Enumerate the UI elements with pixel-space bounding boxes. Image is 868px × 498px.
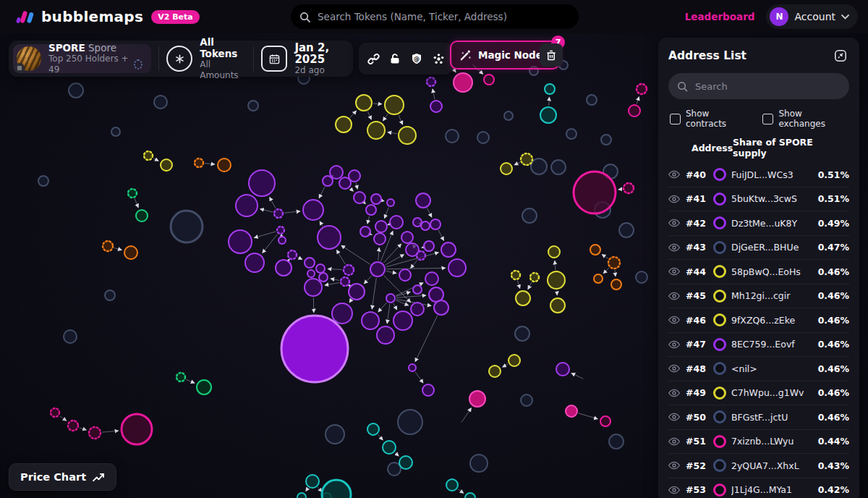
bubble-node[interactable] (316, 264, 325, 273)
bubble-node[interactable] (531, 159, 547, 174)
bubble-node[interactable] (161, 159, 172, 171)
bubble-node[interactable] (393, 311, 412, 330)
bubble-node[interactable] (427, 77, 435, 86)
table-row[interactable]: #469fXZQ6...zEke0.46% (668, 308, 849, 332)
eye-icon[interactable] (668, 389, 681, 397)
bubble-node[interactable] (540, 107, 556, 123)
address-search-input[interactable] (694, 80, 841, 93)
bubble-node[interactable] (590, 245, 600, 255)
bubble-node[interactable] (171, 211, 203, 242)
bubble-node[interactable] (413, 285, 422, 294)
bubble-node[interactable] (303, 200, 323, 220)
bubble-node[interactable] (416, 193, 430, 208)
shield-at-icon[interactable]: @ (407, 46, 427, 72)
bubble-node[interactable] (548, 271, 565, 289)
eye-icon[interactable] (668, 292, 681, 300)
eye-icon[interactable] (668, 170, 681, 179)
bubble-node[interactable] (367, 122, 385, 139)
bubble-node[interactable] (383, 441, 396, 454)
eye-icon[interactable] (668, 364, 681, 373)
bubble-node[interactable] (390, 216, 403, 229)
bubble-node[interactable] (356, 95, 372, 111)
address-search[interactable] (668, 73, 849, 99)
bubble-node[interactable] (349, 284, 365, 300)
bubble-node[interactable] (385, 96, 404, 114)
bubble-node[interactable] (454, 73, 472, 92)
bubble-node[interactable] (522, 208, 537, 223)
bubble-node[interactable] (470, 455, 488, 472)
bubble-node[interactable] (501, 163, 512, 174)
bubble-node[interactable] (398, 410, 422, 434)
bubble-node[interactable] (68, 421, 78, 431)
bubble-node[interactable] (136, 210, 148, 221)
table-row[interactable]: #48<nil>0.46% (668, 356, 849, 381)
bubble-node[interactable] (105, 290, 115, 300)
table-row[interactable]: #517xiznb...LWyu0.44% (668, 429, 849, 454)
token-search-input[interactable] (316, 10, 570, 23)
bubble-node[interactable] (111, 127, 120, 136)
eye-icon[interactable] (668, 486, 681, 494)
bubble-node[interactable] (128, 189, 137, 198)
bubble-node[interactable] (377, 326, 394, 344)
bubble-node[interactable] (281, 316, 348, 382)
bubble-node[interactable] (370, 262, 385, 277)
bubble-node[interactable] (421, 221, 430, 230)
bubble-node[interactable] (229, 230, 252, 253)
bubble-node[interactable] (430, 101, 442, 112)
bubble-node[interactable] (448, 259, 466, 277)
bubble-node[interactable] (387, 199, 394, 206)
bubble-node[interactable] (446, 130, 459, 143)
bubble-node[interactable] (322, 480, 351, 498)
table-row[interactable]: #4458pBwQ...EoHs0.46% (668, 259, 849, 284)
bubble-node[interactable] (574, 172, 616, 214)
bubble-node[interactable] (637, 84, 647, 94)
bubble-node[interactable] (69, 83, 83, 98)
bubble-node[interactable] (248, 101, 258, 111)
bubble-node[interactable] (515, 326, 529, 341)
bubble-node[interactable] (594, 274, 603, 283)
eye-icon[interactable] (668, 437, 681, 446)
bubble-node[interactable] (374, 233, 386, 245)
bubble-node[interactable] (371, 194, 381, 204)
table-row[interactable]: #43DjGeER...BHUe0.47% (668, 235, 849, 260)
bubble-node[interactable] (411, 303, 424, 316)
bubble-node[interactable] (545, 84, 555, 94)
unlock-icon[interactable] (385, 46, 405, 72)
eye-icon[interactable] (668, 219, 681, 227)
bubble-node[interactable] (375, 221, 387, 232)
bubble-node[interactable] (521, 394, 532, 406)
bubble-node[interactable] (399, 269, 411, 281)
bubble-node[interactable] (366, 205, 376, 215)
show-contracts-checkbox[interactable]: Show contracts (670, 109, 750, 129)
bubble-node[interactable] (360, 227, 370, 237)
bubble-node[interactable] (511, 271, 520, 279)
eye-icon[interactable] (668, 267, 681, 276)
eye-icon[interactable] (668, 340, 681, 349)
eye-icon[interactable] (668, 461, 681, 470)
bubble-node[interactable] (38, 176, 48, 186)
bubble-node[interactable] (477, 132, 489, 143)
bubble-node[interactable] (521, 153, 532, 165)
bubble-node[interactable] (566, 129, 576, 139)
table-row[interactable]: #49C7hWpu...g1Wv0.46% (668, 381, 849, 405)
eye-icon[interactable] (668, 316, 681, 324)
eye-icon[interactable] (668, 195, 681, 203)
bubble-node[interactable] (434, 300, 448, 315)
bubble-node[interactable] (509, 355, 520, 366)
bubble-node[interactable] (336, 117, 352, 132)
bubble-node[interactable] (341, 277, 349, 286)
bubble-node[interactable] (249, 170, 275, 196)
table-row[interactable]: #42Dz3tMe...uK8Y0.49% (668, 211, 849, 235)
bubble-node[interactable] (388, 463, 401, 476)
bubble-node[interactable] (278, 237, 286, 244)
show-exchanges-checkbox[interactable]: Show exchanges (762, 109, 849, 129)
bubble-node[interactable] (51, 408, 59, 417)
bubble-node[interactable] (636, 271, 647, 283)
bubble-node[interactable] (489, 366, 501, 377)
bubble-node[interactable] (530, 273, 539, 282)
bubble-node[interactable] (332, 303, 352, 324)
bubble-node[interactable] (367, 423, 379, 435)
bubble-node[interactable] (608, 257, 620, 269)
bubble-node[interactable] (305, 258, 315, 268)
bubble-node[interactable] (144, 151, 153, 160)
